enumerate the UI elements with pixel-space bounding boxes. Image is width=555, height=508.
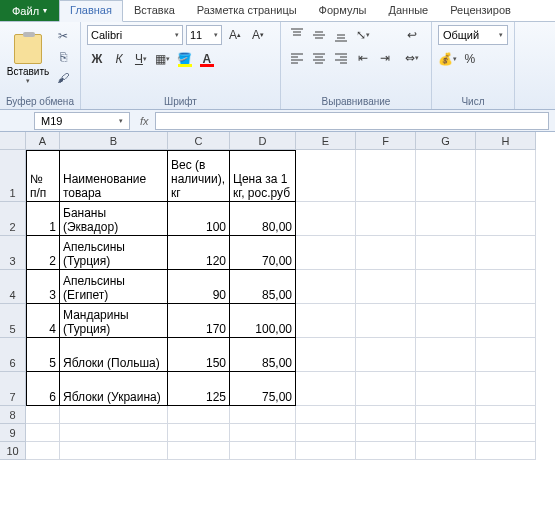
- cell-header-weight[interactable]: Вес (в наличии), кг: [168, 150, 230, 202]
- cell[interactable]: [356, 270, 416, 304]
- cell-weight[interactable]: 100: [168, 202, 230, 236]
- cell-header-price[interactable]: Цена за 1 кг, рос.руб: [230, 150, 296, 202]
- cell[interactable]: [230, 406, 296, 424]
- cell[interactable]: [230, 442, 296, 460]
- cell-price[interactable]: 100,00: [230, 304, 296, 338]
- row-header[interactable]: 2: [0, 202, 26, 236]
- tab-home[interactable]: Главная: [59, 0, 123, 22]
- cell[interactable]: [416, 304, 476, 338]
- font-size-combo[interactable]: 11 ▾: [186, 25, 222, 45]
- cell[interactable]: [356, 424, 416, 442]
- cell[interactable]: [296, 406, 356, 424]
- name-box[interactable]: M19 ▾: [34, 112, 130, 130]
- tab-formulas[interactable]: Формулы: [308, 0, 378, 21]
- cell[interactable]: [168, 406, 230, 424]
- cell[interactable]: [296, 442, 356, 460]
- cell-num[interactable]: 6: [26, 372, 60, 406]
- row-header[interactable]: 6: [0, 338, 26, 372]
- row-header[interactable]: 3: [0, 236, 26, 270]
- italic-button[interactable]: К: [109, 49, 129, 69]
- cell[interactable]: [476, 236, 536, 270]
- cell[interactable]: [60, 442, 168, 460]
- col-header-E[interactable]: E: [296, 132, 356, 150]
- cell[interactable]: [476, 442, 536, 460]
- cell-num[interactable]: 1: [26, 202, 60, 236]
- cell[interactable]: [416, 424, 476, 442]
- tab-data[interactable]: Данные: [377, 0, 439, 21]
- cell[interactable]: [168, 424, 230, 442]
- cell[interactable]: [296, 236, 356, 270]
- cell[interactable]: [476, 150, 536, 202]
- tab-insert[interactable]: Вставка: [123, 0, 186, 21]
- row-header[interactable]: 8: [0, 406, 26, 424]
- cell[interactable]: [296, 372, 356, 406]
- cell[interactable]: [476, 372, 536, 406]
- tab-review[interactable]: Рецензиров: [439, 0, 522, 21]
- cell[interactable]: [416, 150, 476, 202]
- cell-name[interactable]: Бананы (Эквадор): [60, 202, 168, 236]
- cell[interactable]: [26, 406, 60, 424]
- cell[interactable]: [296, 338, 356, 372]
- cell[interactable]: [356, 442, 416, 460]
- row-header[interactable]: 7: [0, 372, 26, 406]
- cell[interactable]: [356, 236, 416, 270]
- percent-button[interactable]: %: [460, 49, 480, 69]
- cell-weight[interactable]: 150: [168, 338, 230, 372]
- cell[interactable]: [26, 424, 60, 442]
- cell-name[interactable]: Апельсины (Египет): [60, 270, 168, 304]
- cell[interactable]: [356, 150, 416, 202]
- row-header[interactable]: 5: [0, 304, 26, 338]
- cell[interactable]: [476, 338, 536, 372]
- align-top-button[interactable]: [287, 25, 307, 45]
- font-name-combo[interactable]: Calibri ▾: [87, 25, 183, 45]
- cell[interactable]: [60, 424, 168, 442]
- align-left-button[interactable]: [287, 48, 307, 68]
- paste-button[interactable]: Вставить ▾: [6, 25, 50, 94]
- cell-price[interactable]: 85,00: [230, 338, 296, 372]
- cell[interactable]: [356, 304, 416, 338]
- col-header-D[interactable]: D: [230, 132, 296, 150]
- formula-input[interactable]: [155, 112, 549, 130]
- cell[interactable]: [26, 442, 60, 460]
- cell[interactable]: [476, 270, 536, 304]
- cell-price[interactable]: 70,00: [230, 236, 296, 270]
- cell-weight[interactable]: 120: [168, 236, 230, 270]
- grow-font-button[interactable]: A▴: [225, 25, 245, 45]
- fx-icon[interactable]: fx: [140, 115, 149, 127]
- row-header[interactable]: 1: [0, 150, 26, 202]
- align-right-button[interactable]: [331, 48, 351, 68]
- col-header-G[interactable]: G: [416, 132, 476, 150]
- cell[interactable]: [168, 442, 230, 460]
- cell[interactable]: [296, 202, 356, 236]
- select-all-corner[interactable]: [0, 132, 26, 150]
- cell-header-num[interactable]: № п/п: [26, 150, 60, 202]
- cell-price[interactable]: 80,00: [230, 202, 296, 236]
- cell-num[interactable]: 5: [26, 338, 60, 372]
- cut-button[interactable]: ✂: [54, 27, 72, 45]
- merge-center-button[interactable]: ⇔▾: [399, 48, 425, 68]
- cell-price[interactable]: 85,00: [230, 270, 296, 304]
- cell-header-name[interactable]: Наименование товара: [60, 150, 168, 202]
- row-header[interactable]: 10: [0, 442, 26, 460]
- cell[interactable]: [296, 424, 356, 442]
- col-header-A[interactable]: A: [26, 132, 60, 150]
- copy-button[interactable]: ⎘: [54, 48, 72, 66]
- cell[interactable]: [356, 406, 416, 424]
- orientation-button[interactable]: ⤡▾: [353, 25, 373, 45]
- cell[interactable]: [296, 270, 356, 304]
- cell-weight[interactable]: 90: [168, 270, 230, 304]
- cell[interactable]: [416, 406, 476, 424]
- cell-num[interactable]: 3: [26, 270, 60, 304]
- cell-num[interactable]: 2: [26, 236, 60, 270]
- cell[interactable]: [416, 372, 476, 406]
- cell[interactable]: [416, 442, 476, 460]
- cell[interactable]: [416, 338, 476, 372]
- cell[interactable]: [356, 372, 416, 406]
- cell-price[interactable]: 75,00: [230, 372, 296, 406]
- cell[interactable]: [416, 270, 476, 304]
- align-center-button[interactable]: [309, 48, 329, 68]
- cell[interactable]: [356, 202, 416, 236]
- cell[interactable]: [476, 202, 536, 236]
- number-format-combo[interactable]: Общий ▾: [438, 25, 508, 45]
- underline-button[interactable]: Ч▾: [131, 49, 151, 69]
